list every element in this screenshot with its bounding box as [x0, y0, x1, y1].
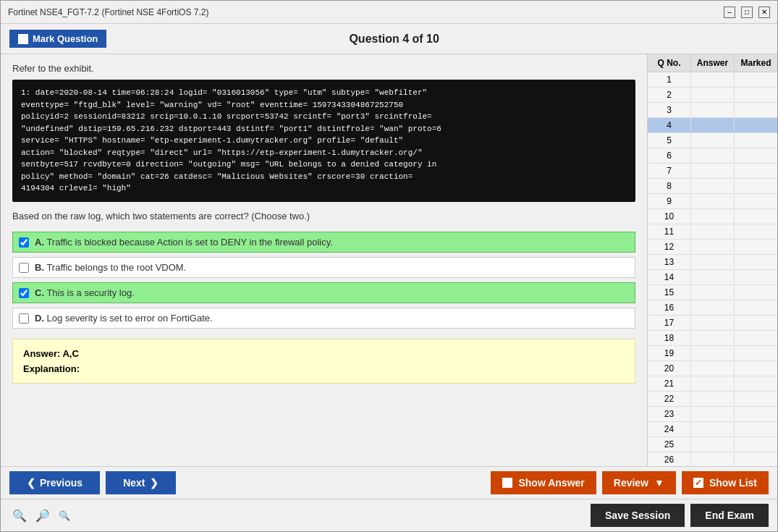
sidebar-row[interactable]: 8	[648, 179, 777, 194]
bottom-bar2: 🔍 🔎 🔍 Save Session End Exam	[1, 499, 777, 531]
sidebar-cell-num: 11	[648, 224, 691, 239]
show-answer-button[interactable]: Show Answer	[491, 471, 596, 494]
sidebar-rows: 1 2 3 4 5 6 7 8	[648, 72, 777, 466]
checkbox-b[interactable]	[19, 263, 29, 273]
option-b[interactable]: B. Traffic belongs to the root VDOM.	[12, 257, 635, 278]
sidebar-row[interactable]: 14	[648, 270, 777, 285]
sidebar-cell-answer	[691, 240, 735, 254]
sidebar-row[interactable]: 2	[648, 88, 777, 103]
sidebar-cell-answer	[691, 346, 735, 360]
sidebar-row[interactable]: 7	[648, 164, 777, 179]
sidebar-cell-marked	[735, 209, 777, 224]
sidebar-cell-marked	[735, 407, 777, 421]
zoom-out-button[interactable]: 🔍	[9, 507, 30, 524]
zoom-in-button[interactable]: 🔍	[56, 507, 73, 524]
sidebar-cell-num: 6	[648, 148, 691, 163]
previous-button[interactable]: ❮ Previous	[9, 471, 100, 494]
next-label: Next	[123, 477, 145, 489]
previous-label: Previous	[40, 477, 83, 489]
option-c-text: C. This is a security log.	[35, 287, 135, 298]
review-label: Review	[614, 477, 648, 489]
sidebar-row[interactable]: 26	[648, 452, 777, 466]
option-a[interactable]: A. Traffic is blocked because Action is …	[12, 232, 635, 253]
checkbox-icon	[18, 34, 28, 44]
sidebar-row[interactable]: 24	[648, 422, 777, 437]
sidebar-row[interactable]: 5	[648, 133, 777, 148]
end-exam-button[interactable]: End Exam	[690, 504, 769, 527]
zoom-reset-button[interactable]: 🔎	[33, 507, 53, 524]
sidebar-cell-answer	[691, 224, 735, 239]
maximize-button[interactable]: □	[741, 7, 753, 18]
sidebar-cell-marked	[735, 422, 777, 436]
sidebar-cell-marked	[735, 285, 777, 300]
exhibit-content: 1: date=2020-08-14 time=06:28:24 logid= …	[21, 87, 627, 195]
sidebar-cell-num: 7	[648, 164, 691, 178]
sidebar-cell-marked	[735, 148, 777, 163]
sidebar-row[interactable]: 21	[648, 376, 777, 392]
sidebar-cell-answer	[691, 194, 735, 208]
sidebar-row[interactable]: 12	[648, 240, 777, 255]
sidebar-row[interactable]: 3	[648, 103, 777, 118]
sidebar-row[interactable]: 20	[648, 361, 777, 376]
review-button[interactable]: Review ▼	[602, 471, 676, 494]
option-a-text: A. Traffic is blocked because Action is …	[35, 237, 333, 248]
close-button[interactable]: ✕	[758, 7, 770, 18]
show-list-icon: ✓	[693, 478, 703, 488]
sidebar-row[interactable]: 9	[648, 194, 777, 209]
checkbox-c[interactable]	[19, 288, 29, 298]
option-d[interactable]: D. Log severity is set to error on Forti…	[12, 308, 635, 329]
save-session-button[interactable]: Save Session	[591, 504, 685, 527]
minimize-button[interactable]: –	[724, 7, 735, 18]
sidebar-row[interactable]: 1	[648, 72, 777, 88]
sidebar-row[interactable]: 19	[648, 346, 777, 361]
option-c[interactable]: C. This is a security log.	[12, 282, 635, 303]
question-area: Refer to the exhibit. 1: date=2020-08-14…	[1, 54, 647, 466]
bottom-bar: ❮ Previous Next ❯ Show Answer Review ▼ ✓…	[1, 466, 777, 499]
sidebar-cell-marked	[735, 103, 777, 117]
sidebar-cell-num: 9	[648, 194, 691, 208]
checkbox-a[interactable]	[19, 237, 29, 248]
sidebar-cell-marked	[735, 118, 777, 132]
checkbox-d[interactable]	[19, 313, 29, 324]
sidebar-cell-num: 5	[648, 133, 691, 148]
sidebar-cell-answer	[691, 103, 735, 117]
sidebar-row[interactable]: 23	[648, 407, 777, 422]
window-controls: – □ ✕	[724, 7, 770, 18]
sidebar-cell-num: 1	[648, 72, 691, 87]
sidebar-cell-num: 26	[648, 452, 691, 466]
save-session-label: Save Session	[605, 510, 670, 521]
sidebar-row[interactable]: 11	[648, 224, 777, 240]
show-list-button[interactable]: ✓ Show List	[682, 471, 769, 494]
sidebar-cell-num: 3	[648, 103, 691, 117]
sidebar-row[interactable]: 17	[648, 316, 777, 331]
answer-explanation-box: Answer: A,C Explanation:	[12, 339, 635, 384]
sidebar-row[interactable]: 4	[648, 118, 777, 133]
sidebar-cell-num: 14	[648, 270, 691, 284]
question-text: Based on the raw log, which two statemen…	[12, 211, 635, 221]
sidebar-row[interactable]: 16	[648, 300, 777, 316]
sidebar-cell-answer	[691, 361, 735, 376]
window-title: Fortinet NSE4_FGT-7.2 (Fortinet NSE 4For…	[8, 7, 208, 17]
sidebar-row[interactable]: 10	[648, 209, 777, 224]
sidebar-row[interactable]: 25	[648, 437, 777, 452]
sidebar-cell-answer	[691, 300, 735, 315]
sidebar-row[interactable]: 13	[648, 255, 777, 270]
sidebar-row[interactable]: 22	[648, 392, 777, 407]
mark-question-button[interactable]: Mark Question	[9, 30, 106, 48]
sidebar-row[interactable]: 6	[648, 148, 777, 164]
sidebar-row[interactable]: 15	[648, 285, 777, 300]
sidebar-cell-num: 17	[648, 316, 691, 330]
sidebar-cell-answer	[691, 392, 735, 406]
sidebar-cell-answer	[691, 407, 735, 421]
answer-options: A. Traffic is blocked because Action is …	[12, 232, 635, 329]
sidebar-cell-num: 8	[648, 179, 691, 193]
next-button[interactable]: Next ❯	[106, 471, 175, 494]
sidebar-cell-marked	[735, 240, 777, 254]
sidebar-row[interactable]: 18	[648, 331, 777, 346]
explanation-label: Explanation:	[23, 363, 625, 374]
sidebar-cell-answer	[691, 437, 735, 452]
sidebar-cell-answer	[691, 316, 735, 330]
sidebar-cell-answer	[691, 88, 735, 102]
sidebar-cell-marked	[735, 316, 777, 330]
sidebar-cell-marked	[735, 164, 777, 178]
